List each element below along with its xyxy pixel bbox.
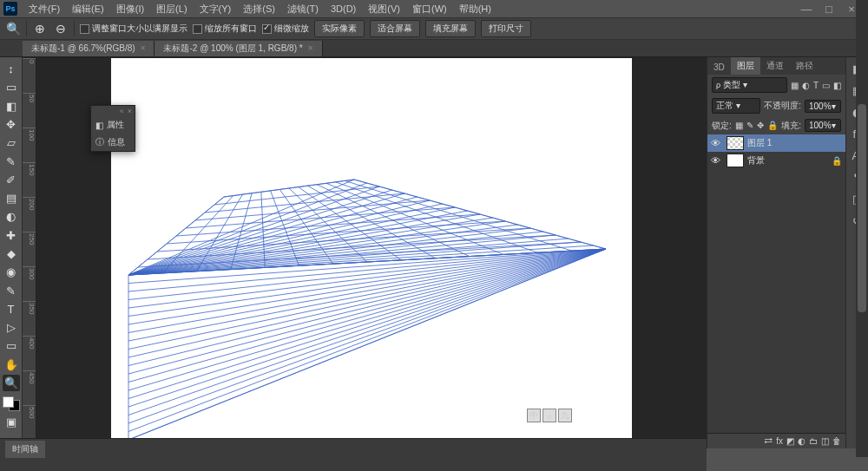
zoom-tool[interactable]: 🔍 bbox=[3, 375, 20, 391]
info-tab[interactable]: ⓘ信息 bbox=[91, 134, 135, 151]
scrubby-label: 细微缩放 bbox=[274, 23, 309, 35]
blend-mode-dropdown[interactable]: 正常 ▾ bbox=[712, 98, 760, 114]
clone-tool[interactable]: ◐ bbox=[3, 208, 20, 225]
layer-thumb[interactable] bbox=[727, 154, 744, 167]
shape-tool[interactable]: ▭ bbox=[3, 337, 20, 354]
document-tab-bar: 未标题-1 @ 66.7%(RGB/8)× 未标题-2 @ 100% (图层 1… bbox=[0, 40, 868, 57]
menu-3d[interactable]: 3D(D) bbox=[325, 2, 362, 16]
artboard[interactable] bbox=[111, 58, 632, 440]
fit-window-checkbox[interactable]: 调整窗口大小以满屏显示 bbox=[80, 23, 187, 35]
panel-tabs: 3D 图层 通道 路径 bbox=[707, 57, 845, 75]
visibility-icon[interactable]: 👁 bbox=[711, 138, 723, 148]
collapse-icon[interactable]: « bbox=[120, 107, 124, 115]
doc-tab-2[interactable]: 未标题-2 @ 100% (图层 1, RGB/8) *× bbox=[155, 41, 322, 56]
zoom-out-icon[interactable]: ⊖ bbox=[53, 21, 69, 36]
healing-tool[interactable]: ✐ bbox=[3, 172, 20, 188]
link-icon[interactable]: ⮂ bbox=[764, 436, 773, 446]
scrubby-zoom-checkbox[interactable]: 细微缩放 bbox=[262, 23, 309, 35]
brush-tool[interactable]: ▤ bbox=[3, 190, 20, 206]
visibility-icon[interactable]: 👁 bbox=[711, 155, 723, 166]
menu-type[interactable]: 文字(Y) bbox=[194, 1, 238, 17]
menu-filter[interactable]: 滤镜(T) bbox=[281, 1, 325, 17]
crop-tool[interactable]: ▱ bbox=[3, 134, 20, 151]
properties-label: 属性 bbox=[107, 119, 124, 131]
canvas-area[interactable]: «× ◧属性 ⓘ信息 中 ♪ 九 bbox=[36, 58, 707, 440]
new-layer-icon[interactable]: ◫ bbox=[821, 436, 829, 446]
lock-trans-icon[interactable]: ▦ bbox=[735, 121, 743, 130]
doc-tab-2-label: 未标题-2 @ 100% (图层 1, RGB/8) * bbox=[163, 43, 302, 55]
vertical-scrollbar[interactable] bbox=[856, 0, 868, 457]
timeline-tab[interactable]: 时间轴 bbox=[5, 441, 45, 458]
tab-layers[interactable]: 图层 bbox=[731, 57, 760, 75]
fit-screen-button[interactable]: 适合屏幕 bbox=[370, 20, 420, 37]
menu-view[interactable]: 视图(V) bbox=[362, 1, 406, 17]
layer-name[interactable]: 图层 1 bbox=[747, 137, 772, 149]
opacity-input[interactable]: 100%▾ bbox=[805, 100, 841, 113]
filter-shape-icon[interactable]: ▭ bbox=[822, 81, 830, 90]
pen-tool[interactable]: ✎ bbox=[3, 282, 20, 298]
zoom-in-icon[interactable]: ⊕ bbox=[32, 21, 48, 36]
type-tool[interactable]: T bbox=[3, 301, 20, 317]
menu-file[interactable]: 文件(F) bbox=[23, 1, 66, 17]
lock-move-icon[interactable]: ✥ bbox=[757, 121, 764, 130]
filter-type-icon[interactable]: T bbox=[813, 81, 819, 90]
filter-adjust-icon[interactable]: ◐ bbox=[802, 81, 810, 90]
fill-value: 100% bbox=[809, 121, 832, 130]
menu-image[interactable]: 图像(I) bbox=[110, 1, 150, 17]
color-swatches[interactable] bbox=[3, 396, 20, 411]
path-tool[interactable]: ▷ bbox=[3, 319, 20, 336]
menu-select[interactable]: 选择(S) bbox=[237, 1, 281, 17]
move-tool[interactable]: ↕ bbox=[3, 61, 20, 77]
gradient-tool[interactable]: ◉ bbox=[3, 264, 20, 280]
kind-filter[interactable]: ρ 类型 ▾ bbox=[712, 77, 787, 93]
doc-tab-1[interactable]: 未标题-1 @ 66.7%(RGB/8)× bbox=[23, 41, 155, 56]
actual-pixels-button[interactable]: 实际像素 bbox=[314, 20, 365, 37]
floating-panel[interactable]: «× ◧属性 ⓘ信息 bbox=[90, 105, 135, 152]
hud-btn-3[interactable]: 九 bbox=[558, 409, 572, 422]
close-icon[interactable]: × bbox=[308, 43, 313, 53]
layer-thumb[interactable] bbox=[727, 136, 744, 150]
marquee-tool[interactable]: ▭ bbox=[3, 79, 20, 95]
maximize-button[interactable]: □ bbox=[821, 3, 837, 16]
all-windows-checkbox[interactable]: 缩放所有窗口 bbox=[193, 23, 257, 35]
hand-tool[interactable]: ✋ bbox=[3, 357, 20, 373]
minimize-button[interactable]: — bbox=[799, 3, 814, 16]
tab-3d[interactable]: 3D bbox=[707, 60, 731, 75]
lock-all-icon[interactable]: 🔒 bbox=[767, 121, 778, 130]
quick-select-tool[interactable]: ✥ bbox=[3, 116, 20, 133]
fill-screen-button[interactable]: 填充屏幕 bbox=[425, 20, 476, 37]
trash-icon[interactable]: 🗑 bbox=[832, 436, 841, 446]
tab-paths[interactable]: 路径 bbox=[790, 57, 819, 75]
doc-tab-1-label: 未标题-1 @ 66.7%(RGB/8) bbox=[31, 43, 135, 55]
layer-row[interactable]: 👁 图层 1 bbox=[707, 134, 845, 152]
properties-tab[interactable]: ◧属性 bbox=[91, 116, 135, 134]
filter-pixel-icon[interactable]: ▦ bbox=[791, 81, 799, 90]
hud-btn-1[interactable]: 中 bbox=[527, 409, 541, 422]
menu-window[interactable]: 窗口(W) bbox=[406, 1, 453, 17]
lock-brush-icon[interactable]: ✎ bbox=[746, 121, 753, 130]
fx-icon[interactable]: fx bbox=[776, 436, 783, 446]
title-bar: Ps 文件(F) 编辑(E) 图像(I) 图层(L) 文字(Y) 选择(S) 滤… bbox=[0, 0, 868, 17]
history-brush-tool[interactable]: ✚ bbox=[3, 227, 20, 244]
lasso-tool[interactable]: ◧ bbox=[3, 98, 20, 114]
mask-mode[interactable]: ▣ bbox=[3, 413, 20, 429]
tab-channels[interactable]: 通道 bbox=[760, 57, 790, 75]
fill-input[interactable]: 100%▾ bbox=[805, 119, 841, 132]
info-label: 信息 bbox=[108, 136, 125, 148]
hud-btn-2[interactable]: ♪ bbox=[542, 409, 556, 422]
close-icon[interactable]: × bbox=[141, 43, 146, 53]
layer-name[interactable]: 背景 bbox=[747, 154, 765, 167]
layer-row[interactable]: 👁 背景 🔒 bbox=[707, 152, 845, 169]
filter-smart-icon[interactable]: ◧ bbox=[833, 81, 841, 90]
close-icon[interactable]: × bbox=[128, 107, 132, 115]
print-size-button[interactable]: 打印尺寸 bbox=[481, 20, 531, 37]
separator bbox=[74, 21, 75, 36]
menu-help[interactable]: 帮助(H) bbox=[453, 1, 497, 17]
adjustment-icon[interactable]: ◐ bbox=[798, 436, 806, 446]
eyedropper-tool[interactable]: ✎ bbox=[3, 153, 20, 169]
menu-edit[interactable]: 编辑(E) bbox=[66, 1, 110, 17]
group-icon[interactable]: 🗀 bbox=[809, 436, 818, 446]
eraser-tool[interactable]: ◆ bbox=[3, 245, 20, 262]
menu-layer[interactable]: 图层(L) bbox=[150, 1, 193, 17]
mask-icon[interactable]: ◩ bbox=[786, 436, 794, 446]
